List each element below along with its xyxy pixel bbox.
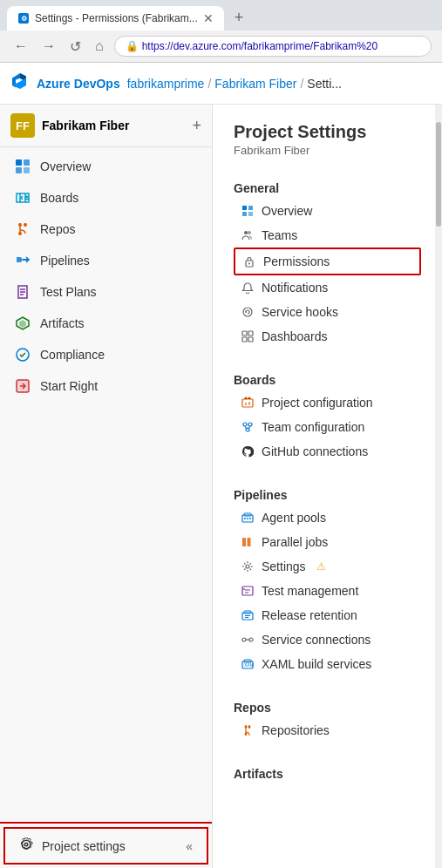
- svg-rect-44: [242, 587, 253, 595]
- settings-item-notifications[interactable]: Notifications: [234, 275, 421, 300]
- settings-item-agent-pools[interactable]: Agent pools: [234, 505, 421, 530]
- settings-notifications-icon: [241, 281, 255, 295]
- settings-item-dashboards[interactable]: Dashboards: [234, 324, 421, 349]
- settings-item-repositories[interactable]: Repositories: [234, 718, 421, 743]
- settings-item-release-retention[interactable]: Release retention: [234, 603, 421, 627]
- svg-rect-2: [16, 159, 22, 166]
- settings-item-overview[interactable]: Overview: [234, 199, 421, 223]
- settings-item-team-config[interactable]: Team configuration: [234, 415, 421, 439]
- settings-overview-icon: [241, 204, 255, 218]
- svg-point-56: [248, 726, 251, 729]
- ado-brand-text: Azure DevOps: [37, 77, 120, 91]
- settings-item-test-management[interactable]: Test management: [234, 579, 421, 603]
- sidebar-item-pipelines[interactable]: Pipelines: [0, 245, 212, 276]
- settings-item-permissions[interactable]: Permissions: [234, 248, 421, 275]
- scrollbar-track: [435, 105, 442, 868]
- breadcrumb-org[interactable]: fabrikamprime: [127, 77, 205, 91]
- section-repos: Repos Repositories: [234, 694, 421, 743]
- svg-rect-29: [248, 331, 253, 336]
- settings-label-notifications: Notifications: [262, 281, 328, 295]
- svg-point-9: [24, 223, 27, 227]
- back-button[interactable]: ←: [10, 37, 31, 56]
- settings-parallel-jobs-icon: [241, 535, 255, 549]
- svg-point-34: [248, 423, 252, 426]
- sidebar-item-compliance[interactable]: Compliance: [0, 339, 212, 370]
- settings-label-project-config: Project configuration: [262, 396, 373, 410]
- settings-service-hooks-icon: [241, 305, 255, 319]
- svg-point-43: [246, 565, 249, 568]
- tab-title: Settings - Permissions (Fabrikam...: [35, 12, 198, 24]
- compliance-icon: [14, 346, 31, 363]
- settings-item-xaml-build[interactable]: XAML XAML build services: [234, 652, 421, 676]
- section-pipelines: Pipelines Agent pools Parallel jobs: [234, 481, 421, 676]
- section-header-repos: Repos: [234, 694, 421, 718]
- sidebar-item-startright[interactable]: Start Right: [0, 370, 212, 402]
- settings-item-github-connections[interactable]: GitHub connections: [234, 439, 421, 464]
- svg-point-55: [245, 733, 248, 736]
- breadcrumb-project[interactable]: Fabrikam Fiber: [214, 77, 296, 91]
- forward-button[interactable]: →: [38, 37, 59, 56]
- svg-rect-18: [242, 206, 247, 210]
- project-name: Fabrikam Fiber: [42, 119, 185, 132]
- settings-label-settings: Settings: [262, 559, 306, 573]
- settings-warning-icon: ⚠: [316, 560, 326, 573]
- breadcrumb-sep-1: /: [207, 77, 211, 91]
- sidebar-item-boards[interactable]: Boards: [0, 182, 212, 214]
- refresh-button[interactable]: ↺: [66, 37, 85, 57]
- settings-label-repositories: Repositories: [262, 723, 330, 737]
- svg-rect-20: [242, 212, 247, 216]
- section-header-artifacts: Artifacts: [234, 760, 421, 784]
- svg-rect-32: [242, 399, 253, 407]
- settings-project-config-icon: [241, 396, 255, 410]
- settings-item-project-config[interactable]: Project configuration: [234, 390, 421, 415]
- svg-point-40: [249, 518, 251, 519]
- lock-icon: 🔒: [126, 40, 139, 52]
- svg-point-49: [242, 638, 246, 641]
- pipelines-icon: [14, 252, 31, 269]
- settings-item-teams[interactable]: Teams: [234, 223, 421, 248]
- settings-item-parallel-jobs[interactable]: Parallel jobs: [234, 530, 421, 554]
- project-initials: FF: [16, 119, 30, 132]
- tab-close-button[interactable]: ✕: [203, 11, 214, 25]
- settings-label-parallel-jobs: Parallel jobs: [262, 535, 328, 549]
- sidebar-item-label-artifacts: Artifacts: [40, 316, 85, 330]
- sidebar-item-repos[interactable]: Repos: [0, 214, 212, 245]
- settings-item-service-connections[interactable]: Service connections: [234, 627, 421, 652]
- sidebar-item-label-compliance: Compliance: [40, 348, 105, 362]
- svg-point-7: [18, 223, 22, 227]
- sidebar-item-label-startright: Start Right: [40, 379, 98, 393]
- svg-rect-41: [242, 538, 246, 546]
- panel-subtitle: Fabrikam Fiber: [234, 144, 421, 157]
- add-project-button[interactable]: +: [192, 117, 201, 135]
- settings-item-service-hooks[interactable]: Service hooks: [234, 300, 421, 324]
- url-box[interactable]: 🔒 https://dev.azure.com/fabrikamprime/Fa…: [114, 36, 432, 57]
- settings-settings-icon: [241, 559, 255, 573]
- settings-teams-icon: [241, 228, 255, 242]
- settings-agent-pools-icon: [241, 511, 255, 525]
- settings-test-management-icon: [241, 584, 255, 598]
- svg-point-22: [244, 231, 248, 234]
- settings-release-retention-icon: [241, 608, 255, 622]
- project-settings-label: Project settings: [42, 839, 126, 853]
- url-text: https://dev.azure.com/fabrikamprime/Fabr…: [142, 40, 378, 52]
- scrollbar-thumb[interactable]: [436, 122, 441, 227]
- sidebar-item-artifacts[interactable]: Artifacts: [0, 308, 212, 339]
- settings-item-settings[interactable]: Settings ⚠: [234, 554, 421, 579]
- new-tab-button[interactable]: +: [228, 5, 251, 31]
- home-button[interactable]: ⌂: [92, 37, 107, 56]
- panel-title: Project Settings: [234, 122, 421, 142]
- svg-point-27: [245, 311, 247, 313]
- left-sidebar: FF Fabrikam Fiber + Overview Boards: [0, 105, 213, 868]
- project-settings-button[interactable]: Project settings «: [3, 827, 208, 865]
- svg-point-39: [247, 518, 248, 519]
- settings-label-release-retention: Release retention: [262, 608, 357, 622]
- svg-rect-19: [248, 206, 253, 210]
- collapse-sidebar-button[interactable]: «: [186, 839, 193, 853]
- project-settings-icon: [19, 837, 33, 854]
- sidebar-item-label-boards: Boards: [40, 191, 78, 205]
- sidebar-item-testplans[interactable]: Test Plans: [0, 276, 212, 308]
- settings-label-github: GitHub connections: [262, 444, 368, 458]
- sidebar-item-overview[interactable]: Overview: [0, 151, 212, 182]
- active-tab[interactable]: ⚙ Settings - Permissions (Fabrikam... ✕: [7, 6, 224, 31]
- sidebar-item-label-repos: Repos: [40, 222, 75, 236]
